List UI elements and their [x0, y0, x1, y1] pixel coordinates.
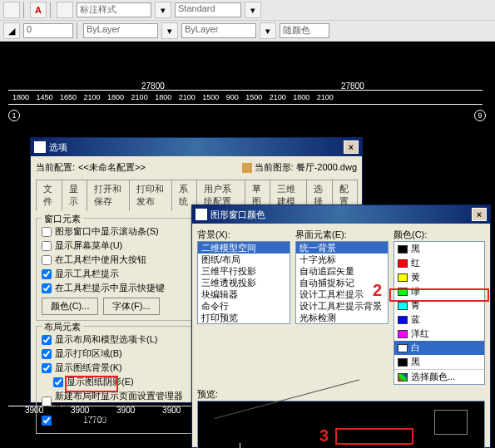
fonts-button[interactable]: 字体(F)...	[103, 298, 159, 315]
background-listbox[interactable]: 二维模型空间 图纸/布局 三维平行投影 三维透视投影 块编辑器 命令行 打印预览	[197, 241, 290, 324]
list-item[interactable]: 打印预览	[198, 312, 290, 323]
window-elements-group: 窗口元素 图形窗口中显示滚动条(S) 显示屏幕菜单(U) 在工具栏中使用大按钮 …	[36, 218, 193, 321]
color-item: 黑	[394, 242, 484, 256]
color-dropdown[interactable]: 黑 红 黄 绿 青 蓝 洋红 白 黑 选择颜色...	[394, 241, 485, 385]
dropdown-icon[interactable]: ▾	[245, 2, 261, 18]
group-title: 窗口元素	[42, 213, 83, 225]
toolbar-button[interactable]	[57, 2, 73, 18]
color-titlebar[interactable]: 图形窗口颜色 ×	[192, 205, 490, 224]
list-item[interactable]: 自动追踪矢量	[296, 265, 388, 277]
dialog-icon	[34, 141, 46, 153]
toolbar-row-1: A 标注样式 ▾ Standard ▾	[0, 0, 495, 21]
grid-marker: 9	[474, 110, 486, 121]
color-item: 蓝	[394, 313, 484, 327]
options-titlebar[interactable]: 选项 ×	[31, 138, 362, 156]
list-item[interactable]: 命令行	[198, 300, 290, 312]
dialog-icon	[196, 209, 207, 220]
chk-scrollbars[interactable]: 图形窗口中显示滚动条(S)	[42, 225, 187, 238]
layout-elements-group: 布局元素 显示布局和模型选项卡(L) 显示打印区域(B) 显示图纸背景(K) 显…	[36, 326, 193, 434]
chk-tooltips[interactable]: 显示工具栏提示	[42, 268, 187, 280]
list-item[interactable]: 图纸/布局	[198, 254, 290, 265]
color-header: 颜色(C):	[394, 229, 485, 241]
layer-combo[interactable]: 0	[23, 23, 73, 38]
close-icon[interactable]: ×	[472, 208, 487, 221]
top-toolbar: A 标注样式 ▾ Standard ▾ ◢ 0 ByLayer ▾ ByLaye…	[0, 0, 495, 42]
list-item[interactable]: 光标检测	[296, 312, 388, 323]
dim-style-combo[interactable]: 标注样式	[77, 2, 151, 17]
interface-header: 界面元素(E):	[295, 229, 389, 241]
tab-open-save[interactable]: 打开和保存	[87, 180, 130, 211]
color-preview: 10.6063 28.2280 6.0884	[197, 401, 485, 448]
color-item: 黑	[394, 355, 484, 369]
color-item-selected: 白	[394, 341, 484, 355]
color-item: 青	[394, 298, 484, 313]
tab-file[interactable]: 文件	[36, 180, 62, 211]
color-item: 红	[394, 256, 484, 270]
chk-large-buttons[interactable]: 在工具栏中使用大按钮	[42, 254, 187, 266]
annotation-number-3: 3	[319, 426, 329, 446]
list-item[interactable]: 光标检频线	[296, 323, 388, 324]
bylayer-combo[interactable]: ByLayer	[83, 23, 158, 38]
list-item[interactable]: 统一背景	[296, 242, 388, 254]
chk-create-viewport[interactable]: 在新布局中创建视口(N)	[42, 414, 187, 426]
crosshair-label: 十字光标大小(Z)	[36, 439, 193, 448]
options-title: 选项	[49, 141, 67, 154]
colors-button[interactable]: 颜色(C)...	[42, 298, 98, 315]
color-dialog-title: 图形窗口颜色	[210, 209, 265, 221]
color-item: 绿	[394, 284, 484, 298]
grid-marker: 1	[8, 110, 20, 121]
current-drawing: 餐厅-2000.dwg	[296, 161, 357, 174]
list-item[interactable]: 块编辑器	[198, 288, 290, 300]
select-color-item: 选择颜色...	[394, 369, 484, 384]
chk-layout-tabs[interactable]: 显示布局和模型选项卡(L)	[42, 333, 187, 346]
list-item[interactable]: 十字光标	[296, 254, 388, 265]
dropdown-icon[interactable]: ▾	[161, 22, 178, 39]
dropdown-icon[interactable]: ▾	[155, 2, 171, 18]
bg-header: 背景(X):	[197, 229, 290, 241]
crosshair-group: 十字光标大小(Z)	[36, 439, 193, 448]
dwg-icon	[242, 163, 252, 173]
list-item[interactable]: 二维模型空间	[198, 242, 290, 254]
list-item[interactable]: 三维平行投影	[198, 265, 290, 277]
chk-page-setup[interactable]: 新建布局时显示页面设置管理器(G)	[42, 390, 187, 412]
color-hint[interactable]: 随颜色	[280, 23, 329, 38]
standard-combo[interactable]: Standard	[175, 2, 241, 17]
color-item: 黄	[394, 270, 484, 284]
chk-paper-bg[interactable]: 显示图纸背景(K)	[42, 362, 187, 374]
tab-display[interactable]: 显示	[62, 180, 88, 211]
chk-paper-shadow[interactable]: 显示图纸阴影(E)	[42, 376, 187, 388]
dropdown-icon[interactable]: ▾	[260, 22, 276, 39]
current-profile-label: 当前配置:	[36, 161, 75, 174]
current-drawing-label: 当前图形:	[255, 161, 294, 174]
list-item[interactable]: 三维透视投影	[198, 277, 290, 288]
toolbar-button-a[interactable]: A	[30, 2, 47, 18]
current-profile: <<未命名配置>>	[78, 161, 146, 174]
list-item[interactable]: 设计工具栏提示背景	[296, 300, 388, 312]
chk-print-area[interactable]: 显示打印区域(B)	[42, 347, 187, 360]
dimension-row: 1800 1450 1650 2100 1800 2100 1800 2100 …	[12, 93, 334, 101]
color-item: 洋红	[394, 327, 484, 341]
bylayer-combo-2[interactable]: ByLayer	[181, 23, 256, 38]
group-title: 布局元素	[42, 321, 83, 333]
tab-plot[interactable]: 打印和发布	[129, 180, 172, 211]
layer-icon[interactable]: ◢	[3, 22, 20, 39]
close-icon[interactable]: ×	[344, 140, 359, 154]
preview-label: 预览:	[197, 388, 485, 401]
color-dialog: 图形窗口颜色 × 背景(X): 二维模型空间 图纸/布局 三维平行投影 三维透视…	[191, 204, 491, 448]
preview-cone-icon	[434, 410, 468, 435]
toolbar-row-2: ◢ 0 ByLayer ▾ ByLayer ▾ 随颜色	[0, 21, 495, 42]
chk-shortcut[interactable]: 在工具栏提示中显示快捷键	[42, 282, 187, 294]
annotation-number-2: 2	[373, 281, 382, 300]
chk-screen-menu[interactable]: 显示屏幕菜单(U)	[42, 239, 187, 252]
toolbar-button[interactable]	[3, 2, 20, 18]
